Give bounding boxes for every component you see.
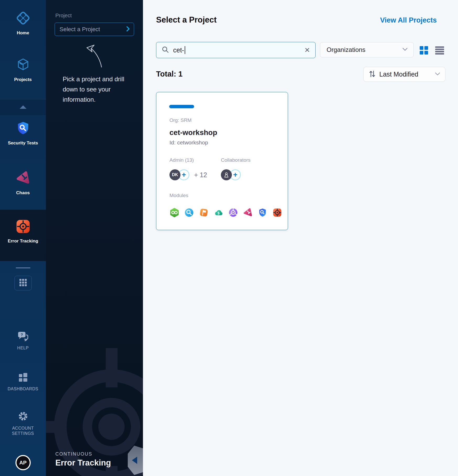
- chaos-icon: [243, 208, 253, 219]
- svg-text:$: $: [217, 211, 220, 215]
- sidebar-collapse-control[interactable]: [0, 99, 46, 115]
- gear-icon: [17, 410, 29, 423]
- modules-icons-row: $: [169, 208, 282, 219]
- clear-search-icon[interactable]: ✕: [304, 47, 310, 53]
- chaos-icon: [15, 170, 31, 187]
- modules-label: Modules: [169, 193, 188, 198]
- chevron-down-icon: [435, 72, 440, 77]
- sidebar-item-chaos[interactable]: Chaos: [0, 170, 46, 196]
- hand-drawn-arrow-illustration: [85, 43, 109, 69]
- sidebar-item-label: Chaos: [16, 190, 30, 196]
- project-panel: Project Select a Project Pick a project …: [46, 0, 143, 476]
- organizations-filter-value: Organizations: [327, 46, 402, 53]
- main-content: Select a Project View All Projects cet- …: [143, 0, 458, 476]
- project-color-bar: [169, 105, 194, 108]
- project-select-dropdown[interactable]: Select a Project: [55, 23, 134, 36]
- cloud-cost-icon: $: [214, 208, 223, 219]
- security-tests-icon: [258, 208, 268, 219]
- security-tests-icon: [15, 121, 31, 137]
- project-name: cet-workshop: [169, 128, 217, 137]
- view-all-projects-link[interactable]: View All Projects: [380, 16, 437, 24]
- module-switcher-button[interactable]: [14, 276, 32, 290]
- collaborator-avatars: +: [221, 169, 241, 180]
- collaborators-label: Collaborators: [221, 157, 251, 163]
- sidebar-item-label: Projects: [14, 77, 32, 82]
- total-count: Total: 1: [156, 70, 183, 78]
- module-eyebrow: CONTINUOUS: [55, 451, 92, 457]
- project-select-placeholder: Select a Project: [60, 26, 126, 33]
- app-window: Home Projects: [0, 0, 458, 476]
- project-hint-text: Pick a project and drill down to see you…: [63, 74, 126, 105]
- project-card[interactable]: Org: SRM cet-workshop Id: cetworkshop Ad…: [156, 92, 288, 230]
- sidebar-item-label: ACCOUNT SETTINGS: [8, 426, 38, 436]
- sidebar-item-error-tracking[interactable]: Error Tracking: [0, 219, 46, 244]
- panel-collapse-handle[interactable]: [128, 446, 143, 475]
- module-title: Error Tracking: [55, 458, 111, 468]
- projects-icon: [15, 57, 31, 73]
- admin-avatars: DK + + 12: [169, 169, 207, 180]
- admin-label: Admin (13): [169, 157, 194, 163]
- text-caret: [185, 46, 185, 54]
- chevron-left-icon: [132, 457, 137, 464]
- sort-value: Last Modified: [379, 71, 435, 78]
- avatar-initials: AP: [19, 460, 27, 466]
- help-icon: ?: [17, 331, 29, 343]
- cd-magnifier-icon: [184, 208, 194, 219]
- error-tracking-icon: [272, 208, 282, 219]
- grid-view-icon[interactable]: [419, 46, 429, 56]
- sidebar-item-security-tests[interactable]: Security Tests: [0, 121, 46, 146]
- error-tracking-icon: [16, 219, 30, 235]
- search-input[interactable]: cet- ✕: [156, 42, 316, 58]
- user-avatar[interactable]: AP: [15, 455, 31, 470]
- sidebar-item-label: Security Tests: [8, 140, 38, 146]
- sidebar-item-dashboards[interactable]: DASHBOARDS: [0, 373, 46, 392]
- dashboards-icon: [18, 373, 29, 384]
- sidebar-item-help[interactable]: ? HELP: [0, 331, 46, 351]
- chevron-down-icon: [402, 47, 408, 52]
- list-view-icon[interactable]: [435, 46, 445, 56]
- sidebar-divider: [16, 267, 30, 268]
- ci-hexagon-icon: [169, 208, 179, 219]
- page-title: Select a Project: [156, 15, 217, 25]
- reliability-icon: [228, 208, 238, 219]
- home-icon: [15, 10, 31, 27]
- project-id: Id: cetworkshop: [169, 139, 208, 146]
- module-grid-icon: [19, 278, 27, 288]
- organizations-filter-dropdown[interactable]: Organizations: [320, 42, 414, 57]
- collaborator-avatar: [221, 169, 232, 180]
- project-field-label: Project: [55, 13, 72, 19]
- sidebar-item-label: HELP: [17, 345, 29, 351]
- search-icon: [162, 46, 169, 54]
- sidebar-item-label: Home: [17, 30, 29, 36]
- sidebar-item-account-settings[interactable]: ACCOUNT SETTINGS: [0, 410, 46, 436]
- sort-dropdown[interactable]: Last Modified: [363, 67, 445, 82]
- collapse-up-icon: [20, 105, 26, 109]
- feature-flags-icon: [199, 208, 209, 219]
- svg-text:?: ?: [20, 332, 23, 337]
- sidebar: Home Projects: [0, 0, 46, 476]
- search-value: cet-: [173, 46, 184, 54]
- sidebar-item-home[interactable]: Home: [0, 10, 46, 36]
- sidebar-item-label: Error Tracking: [8, 238, 38, 244]
- chevron-right-icon: [126, 26, 130, 33]
- sidebar-item-label: DASHBOARDS: [8, 386, 38, 392]
- sort-arrows-icon: [369, 70, 376, 79]
- admin-more-count: + 12: [194, 171, 207, 179]
- project-org: Org: SRM: [169, 117, 191, 123]
- sidebar-item-projects[interactable]: Projects: [0, 57, 46, 82]
- admin-avatar: DK: [169, 169, 180, 180]
